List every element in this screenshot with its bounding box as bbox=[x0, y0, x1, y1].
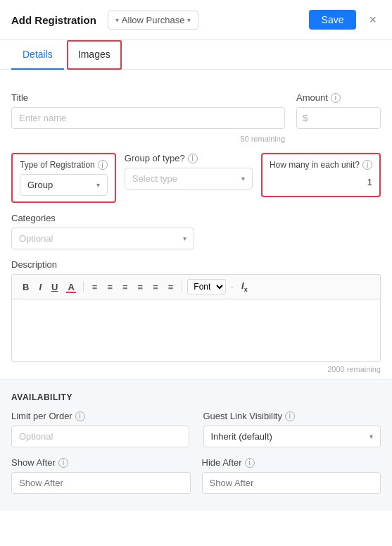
guest-visibility-select[interactable]: Inherit (default) ▾ bbox=[203, 426, 381, 447]
align-justify-button[interactable]: ≡ bbox=[165, 280, 177, 294]
type-row: Type of Registration i Group ▾ Group of … bbox=[11, 153, 381, 203]
description-group: Description B I U A ≡ ≡ ≡ bbox=[11, 259, 381, 373]
unordered-list-button[interactable]: ≡ bbox=[103, 280, 116, 294]
unit-count-info-icon[interactable]: i bbox=[362, 160, 372, 170]
allow-purchase-label: Allow Purchase bbox=[122, 15, 185, 25]
hide-after-info-icon[interactable]: i bbox=[245, 458, 255, 468]
underline-button[interactable]: U bbox=[48, 280, 61, 294]
page-title: Add Registration bbox=[11, 14, 96, 26]
align-center-button[interactable]: ≡ bbox=[134, 280, 147, 294]
guest-visibility-group: Guest Link Visibility i Inherit (default… bbox=[203, 411, 381, 447]
categories-label: Categories bbox=[11, 213, 381, 223]
font-select[interactable]: Font bbox=[187, 279, 226, 294]
chevron-down-icon-right: ▾ bbox=[187, 16, 191, 24]
save-button[interactable]: Save bbox=[309, 10, 357, 30]
categories-select[interactable]: Optional ▾ bbox=[11, 228, 194, 249]
amount-label: Amount i bbox=[296, 92, 381, 103]
header: Add Registration ▾ Allow Purchase ▾ Save… bbox=[0, 0, 392, 40]
title-group: Title 50 remaining bbox=[11, 92, 285, 143]
italic-button[interactable]: I bbox=[35, 280, 45, 294]
limit-per-order-label: Limit per Order i bbox=[11, 411, 189, 421]
align-right-button[interactable]: ≡ bbox=[149, 280, 162, 294]
tab-bar: Details Images bbox=[0, 40, 392, 70]
type-select[interactable]: Group ▾ bbox=[20, 174, 108, 196]
group-type-info-icon[interactable]: i bbox=[188, 154, 198, 163]
chevron-down-icon: ▾ bbox=[115, 16, 119, 24]
unit-count-box: How many in each unit? i 1 bbox=[261, 153, 381, 197]
ordered-list-button[interactable]: ≡ bbox=[89, 280, 101, 294]
show-after-group: Show After i bbox=[11, 457, 191, 494]
hide-after-group: Hide After i bbox=[202, 457, 381, 494]
main-content: Title 50 remaining Amount i $ Type of Re… bbox=[0, 70, 392, 373]
allow-purchase-button[interactable]: ▾ Allow Purchase ▾ bbox=[108, 11, 199, 30]
clear-format-button[interactable]: Ix bbox=[238, 279, 251, 294]
title-input[interactable] bbox=[11, 107, 285, 129]
group-type-group: Group of type? i Select type ▾ bbox=[125, 153, 253, 190]
amount-input[interactable] bbox=[313, 108, 392, 128]
hide-after-input[interactable] bbox=[202, 472, 381, 494]
bold-button[interactable]: B bbox=[19, 280, 32, 294]
tab-images[interactable]: Images bbox=[67, 40, 122, 70]
title-amount-row: Title 50 remaining Amount i $ bbox=[11, 92, 381, 143]
availability-row: Limit per Order i Guest Link Visibility … bbox=[11, 411, 381, 447]
type-of-registration-box: Type of Registration i Group ▾ bbox=[11, 153, 116, 203]
limit-per-order-group: Limit per Order i bbox=[11, 411, 189, 447]
limit-per-order-input[interactable] bbox=[11, 426, 189, 447]
description-label: Description bbox=[11, 259, 381, 270]
close-button[interactable]: × bbox=[365, 11, 381, 29]
type-label: Type of Registration i bbox=[20, 160, 108, 170]
show-after-label: Show After i bbox=[11, 457, 191, 468]
availability-section: AVAILABILITY Limit per Order i Guest Lin… bbox=[0, 379, 392, 511]
categories-chevron-icon: ▾ bbox=[183, 235, 186, 242]
group-type-label: Group of type? i bbox=[125, 153, 253, 163]
hide-after-label: Hide After i bbox=[202, 457, 381, 468]
type-info-icon[interactable]: i bbox=[98, 160, 108, 170]
guest-visibility-label: Guest Link Visibility i bbox=[203, 411, 381, 421]
unit-count-value: 1 bbox=[270, 174, 372, 190]
categories-group: Categories Optional ▾ bbox=[11, 213, 381, 249]
guest-visibility-chevron-icon: ▾ bbox=[369, 433, 373, 440]
tab-details[interactable]: Details bbox=[11, 40, 64, 70]
availability-title: AVAILABILITY bbox=[11, 392, 381, 402]
type-chevron-icon: ▾ bbox=[96, 181, 100, 189]
amount-prefix: $ bbox=[297, 108, 313, 128]
unit-count-label: How many in each unit? i bbox=[270, 160, 372, 170]
desc-char-count: 2000 remaining bbox=[11, 365, 381, 373]
amount-info-icon[interactable]: i bbox=[331, 93, 341, 103]
guest-visibility-info-icon[interactable]: i bbox=[285, 411, 295, 421]
font-color-button[interactable]: A bbox=[64, 280, 77, 294]
limit-info-icon[interactable]: i bbox=[75, 411, 85, 421]
description-editor[interactable] bbox=[11, 299, 381, 362]
show-hide-row: Show After i Hide After i bbox=[11, 457, 381, 494]
align-left-button[interactable]: ≡ bbox=[119, 280, 132, 294]
title-label: Title bbox=[11, 92, 285, 103]
toolbar-divider-1 bbox=[83, 281, 84, 292]
show-after-info-icon[interactable]: i bbox=[58, 458, 68, 468]
title-char-count: 50 remaining bbox=[11, 135, 285, 143]
group-type-select[interactable]: Select type ▾ bbox=[125, 168, 253, 190]
show-after-input[interactable] bbox=[11, 472, 191, 494]
amount-input-wrapper: $ bbox=[296, 107, 381, 129]
group-type-chevron-icon: ▾ bbox=[241, 175, 245, 182]
description-toolbar: B I U A ≡ ≡ ≡ ≡ bbox=[11, 274, 381, 299]
toolbar-divider-2 bbox=[182, 281, 182, 292]
amount-group: Amount i $ bbox=[296, 92, 381, 143]
